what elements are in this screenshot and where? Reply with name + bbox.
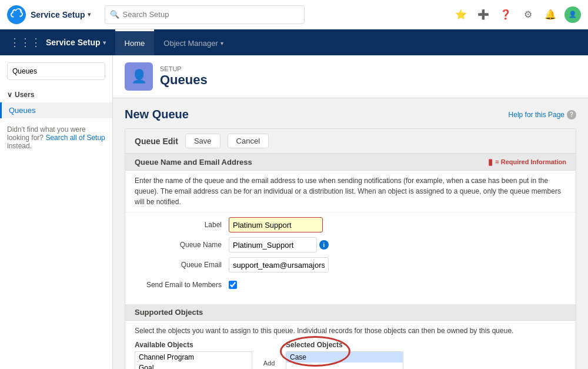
queue-email-field-label: Queue Email: [135, 261, 229, 269]
tab-object-manager-chevron: ▾: [220, 31, 223, 56]
required-mark: ▮: [488, 157, 493, 167]
add-label: Add: [263, 360, 275, 367]
available-objects-container: Available Objects Channel Program Goal K…: [135, 341, 252, 369]
sidebar-search-input[interactable]: [12, 67, 100, 75]
queue-name-row: Queue Name i: [135, 237, 566, 252]
favorites-icon[interactable]: ⭐: [453, 6, 469, 23]
help-question-icon: ?: [567, 110, 576, 119]
send-email-field-label: Send Email to Members: [135, 281, 229, 289]
sidebar-item-queues[interactable]: Queues: [0, 102, 112, 118]
available-objects-list[interactable]: Channel Program Goal Knowledge Article V…: [135, 351, 252, 369]
send-email-checkbox[interactable]: [229, 281, 237, 289]
card-header: Queue Edit Save Cancel: [125, 129, 576, 154]
queue-edit-card: Queue Edit Save Cancel Queue Name and Em…: [125, 128, 576, 369]
label-input[interactable]: [229, 217, 323, 232]
available-item[interactable]: Channel Program: [135, 352, 252, 363]
help-link[interactable]: Help for this Page ?: [509, 110, 576, 119]
queue-name-section-title: Queue Name and Email Address: [135, 158, 252, 167]
search-input[interactable]: [123, 10, 299, 19]
tab-object-manager[interactable]: Object Manager ▾: [154, 29, 233, 55]
available-objects-select[interactable]: Channel Program Goal Knowledge Article V…: [135, 352, 252, 369]
setup-icon: 👤: [125, 62, 153, 91]
add-icon[interactable]: ➕: [475, 6, 492, 23]
queue-email-row: Queue Email: [135, 257, 566, 272]
queue-form: Label Queue Name i Queue Email: [125, 212, 576, 304]
sidebar-section-users[interactable]: ∨ Users: [0, 87, 112, 102]
content-area: 👤 SETUP Queues New Queue Help for this P…: [113, 55, 588, 369]
card-header-title: Queue Edit: [135, 137, 178, 146]
sidebar-search-container: [7, 62, 105, 80]
supported-objects-section-header: Supported Objects: [125, 304, 576, 321]
nav-app-name-text: Service Setup: [46, 38, 101, 47]
sidebar-help-link[interactable]: Search all of Setup: [45, 134, 105, 142]
nav-app-chevron: ▾: [103, 39, 106, 46]
settings-icon[interactable]: ⚙: [520, 6, 536, 23]
page-title: New Queue: [125, 108, 189, 121]
page-content: New Queue Help for this Page ? Queue Edi…: [113, 98, 588, 369]
sidebar-section-label: Users: [15, 91, 34, 99]
queue-name-field-label: Queue Name: [135, 241, 229, 249]
objects-layout: Available Objects Channel Program Goal K…: [135, 341, 566, 369]
objects-desc: Select the objects you want to assign to…: [135, 325, 566, 336]
selected-objects-select[interactable]: Case: [286, 352, 403, 369]
queue-name-field-container: i: [229, 237, 329, 252]
top-nav-actions: ⭐ ➕ ❓ ⚙ 🔔 👤: [453, 6, 581, 23]
sidebar-help: Didn't find what you were looking for? S…: [0, 118, 112, 157]
queue-name-info-icon[interactable]: i: [319, 240, 329, 250]
notifications-icon[interactable]: 🔔: [542, 6, 559, 23]
app-name-selector[interactable]: Service Setup ▾: [31, 10, 91, 19]
send-email-row: Send Email to Members: [135, 277, 566, 292]
queue-name-section-header: Queue Name and Email Address ▮ = Require…: [125, 154, 576, 171]
nav-app-name[interactable]: Service Setup ▾: [46, 38, 106, 47]
available-item[interactable]: Goal: [135, 363, 252, 369]
app-name-chevron: ▾: [88, 11, 91, 18]
required-legend: ▮ = Required Information: [488, 157, 566, 167]
queue-name-description: Enter the name of the queue and the emai…: [125, 171, 576, 212]
selected-item-case[interactable]: Case: [286, 352, 403, 363]
required-text: = Required Information: [495, 158, 566, 165]
main-layout: ∨ Users Queues Didn't find what you were…: [0, 55, 588, 369]
queue-email-input[interactable]: [229, 257, 329, 272]
selected-objects-container: Selected Objects Case: [286, 341, 403, 369]
sidebar-help-after: instead.: [7, 142, 32, 150]
app-name-text: Service Setup: [31, 10, 85, 19]
label-row: Label: [135, 217, 566, 232]
label-field-label: Label: [135, 221, 229, 229]
supported-objects-title: Supported Objects: [135, 308, 203, 317]
help-icon[interactable]: ❓: [497, 6, 514, 23]
setup-header: 👤 SETUP Queues: [113, 55, 588, 98]
cancel-button[interactable]: Cancel: [228, 134, 269, 148]
queue-name-input[interactable]: [229, 237, 317, 252]
app-navigation: ⋮⋮⋮ Service Setup ▾ Home Object Manager …: [0, 29, 588, 55]
setup-header-text: SETUP Queues: [160, 65, 208, 88]
tab-home[interactable]: Home: [115, 29, 155, 55]
save-button[interactable]: Save: [185, 134, 220, 148]
sidebar-item-queues-label: Queues: [9, 106, 36, 115]
help-link-text: Help for this Page: [509, 111, 564, 119]
avatar[interactable]: 👤: [564, 6, 581, 23]
objects-section: Select the objects you want to assign to…: [125, 321, 576, 369]
sidebar: ∨ Users Queues Didn't find what you were…: [0, 55, 113, 369]
selected-objects-label: Selected Objects: [286, 341, 403, 349]
setup-label: SETUP: [160, 65, 208, 72]
selected-objects-list[interactable]: Case: [286, 351, 403, 369]
tab-object-manager-label: Object Manager: [163, 31, 218, 56]
salesforce-logo[interactable]: [7, 5, 26, 24]
available-objects-label: Available Objects: [135, 341, 252, 349]
page-title-bar: New Queue Help for this Page ?: [125, 108, 576, 121]
setup-title: Queues: [160, 72, 208, 88]
top-navigation: Service Setup ▾ 🔍 ⭐ ➕ ❓ ⚙ 🔔 👤: [0, 0, 588, 29]
app-launcher-icon[interactable]: ⋮⋮⋮: [9, 36, 41, 49]
sidebar-section-chevron: ∨: [7, 91, 12, 99]
search-icon: 🔍: [110, 10, 119, 19]
tab-home-label: Home: [125, 31, 145, 56]
global-search: 🔍: [105, 5, 305, 24]
queue-name-desc-text: Enter the name of the queue and the emai…: [135, 177, 561, 206]
transfer-buttons: Add ▶ ◀ Remove: [252, 358, 286, 369]
